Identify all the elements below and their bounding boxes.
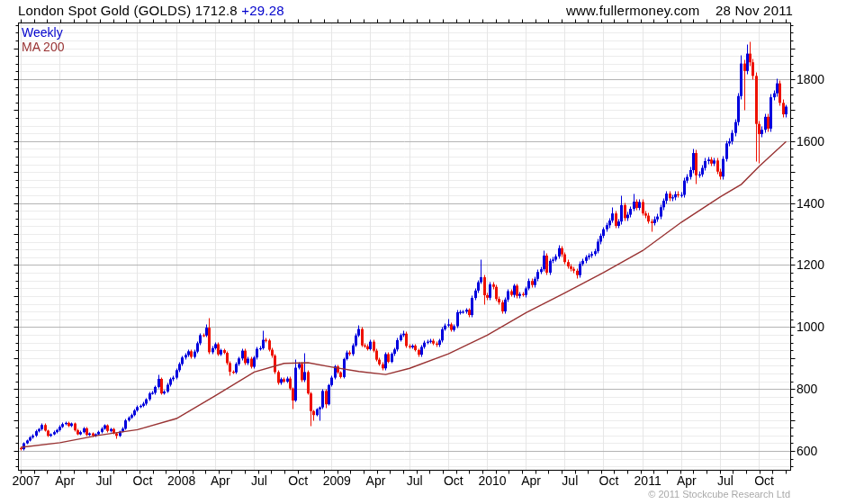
x-axis-tick-label: 2011 <box>634 473 662 488</box>
y-axis-tick-label: 800 <box>796 382 842 396</box>
y-axis-tick-label: 1000 <box>796 320 842 334</box>
x-axis-tick-label: Apr <box>55 473 75 488</box>
x-axis-tick-label: Jul <box>95 473 112 488</box>
x-axis-tick-label: Apr <box>366 473 386 488</box>
x-axis-tick-label: Oct <box>599 473 619 488</box>
legend-series-label: Weekly <box>22 25 64 40</box>
x-axis-tick-label: Jul <box>407 473 423 488</box>
x-axis-tick-label: Jul <box>251 473 267 488</box>
x-axis-tick-label: Oct <box>444 473 464 488</box>
website-label: www.fullermoney.com <box>566 3 700 18</box>
copyright-notice: © 2011 Stockcube Research Ltd <box>538 489 790 500</box>
y-axis-tick-label: 1800 <box>796 72 842 86</box>
x-axis-tick-label: Apr <box>211 473 230 488</box>
y-axis-tick-label: 600 <box>796 444 842 458</box>
legend-ma-label: MA 200 <box>22 40 64 54</box>
x-axis-tick-label: Apr <box>677 473 697 488</box>
price-chart-canvas <box>0 0 864 504</box>
y-axis-tick-label: 1600 <box>796 134 842 148</box>
x-axis-tick-label: 2010 <box>478 473 506 488</box>
x-axis-tick-label: Oct <box>133 473 153 488</box>
x-axis-tick-label: 2007 <box>12 473 40 488</box>
date-label: 28 Nov 2011 <box>716 3 793 18</box>
chart-window: London Spot Gold (GOLDS) 1712.8 +29.28 w… <box>0 0 864 504</box>
x-axis-tick-label: 2008 <box>167 473 195 488</box>
price-change: +29.28 <box>241 3 284 18</box>
chart-title: London Spot Gold (GOLDS) 1712.8 +29.28 <box>18 3 284 18</box>
instrument-name: London Spot Gold (GOLDS) <box>18 3 191 18</box>
y-axis-tick-label: 1400 <box>796 196 842 211</box>
legend: Weekly MA 200 <box>22 25 64 54</box>
last-price: 1712.8 <box>195 3 238 18</box>
x-axis-tick-label: Jul <box>717 473 734 488</box>
x-axis-tick-label: Oct <box>754 473 774 488</box>
x-axis-tick-label: Apr <box>521 473 541 488</box>
x-axis-tick-label: 2009 <box>323 473 351 488</box>
x-axis-tick-label: Jul <box>562 473 578 488</box>
x-axis-tick-label: Oct <box>288 473 308 488</box>
y-axis-tick-label: 1200 <box>796 257 842 272</box>
